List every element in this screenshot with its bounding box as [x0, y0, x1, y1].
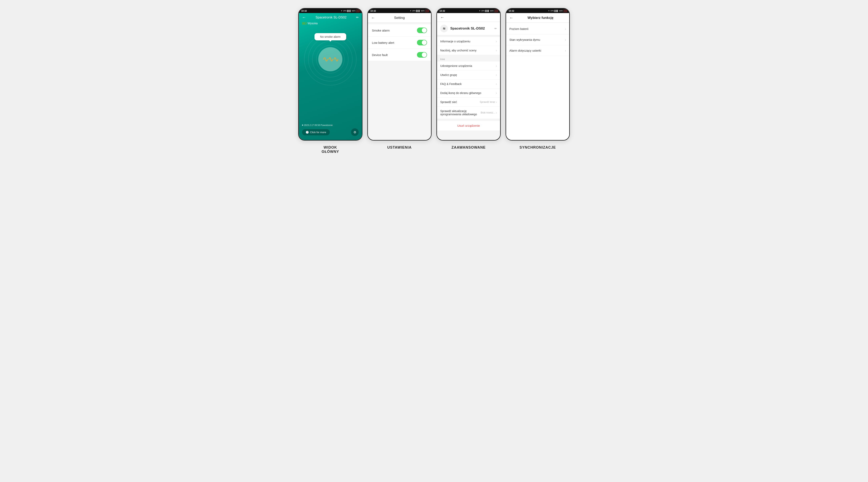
- sync-list: Poziom baterii › Stan wykrywania dymu › …: [506, 23, 569, 56]
- screen1-footer: 2023.2.17 09:58 Powodzenie 🕐 Click for m…: [299, 122, 362, 140]
- chevron-icon-2: ›: [496, 49, 497, 52]
- firmware-status-text: Brak nowsz...: [480, 111, 495, 114]
- footer-buttons: 🕐 Click for more ⚙: [302, 128, 359, 136]
- chevron-network: ›: [496, 100, 497, 104]
- back-button-4[interactable]: ←: [509, 15, 514, 20]
- edit-pencil-icon[interactable]: ✏: [494, 27, 497, 30]
- bluetooth-icon-2: ✦: [410, 10, 411, 12]
- menu-scenes-right: ›: [496, 49, 497, 52]
- device-fault-toggle[interactable]: [417, 52, 427, 58]
- signal-icon: ▌▌▌: [347, 10, 351, 12]
- screen3-header: ←: [437, 13, 500, 22]
- edit-icon-1[interactable]: ✏: [356, 15, 359, 19]
- click-more-button[interactable]: 🕐 Click for more: [302, 129, 330, 135]
- setting-list: Smoke alarm Low battery alert Device fau…: [368, 24, 431, 61]
- menu-device-info-label: Informacje o urządzeniu: [440, 40, 496, 43]
- chevron-add-icon: ›: [496, 91, 497, 95]
- low-battery-toggle[interactable]: [417, 40, 427, 45]
- wifi-icon: WiFi: [352, 10, 355, 12]
- inne-label: Inne: [437, 57, 500, 61]
- signal-icon-3: ▌▌▌: [486, 10, 489, 12]
- back-button-2[interactable]: ←: [371, 15, 375, 20]
- back-button-3[interactable]: ←: [440, 15, 444, 20]
- sync-fault-alarm[interactable]: Alarm dotyczący usterki ›: [506, 45, 569, 56]
- screen4-main: ← Wybierz funkcję Poziom baterii › Stan …: [506, 13, 569, 140]
- signal-icon-2: ▌▌▌: [416, 10, 420, 12]
- battery-status: 1%: [356, 10, 360, 12]
- sync-smoke-detection[interactable]: Stan wykrywania dymu ›: [506, 34, 569, 45]
- log-dot: [302, 125, 303, 126]
- menu-firmware-right: Brak nowsz... ›: [480, 111, 497, 114]
- settings-button-1[interactable]: ⚙: [351, 128, 359, 136]
- menu-network-right: Sprawdź teraz ›: [480, 100, 497, 104]
- screen3-wrapper: 10:32 ✦ VPN ▌▌▌ WiFi 1% ← ≋ Spacetronik …: [436, 8, 501, 150]
- screen3-main: ← ≋ Spacetronik SL-DS02 ✏ Informacje o u…: [437, 13, 500, 140]
- menu-device-info[interactable]: Informacje o urządzeniu ›: [437, 37, 500, 46]
- vpn-icon: VPN: [343, 10, 347, 12]
- smoke-status-text: No smoke alarm: [320, 35, 341, 38]
- screen1-title: Spacetronik SL-DS02: [316, 16, 347, 19]
- bluetooth-icon-3: ✦: [479, 10, 480, 12]
- battery-label: Wysoka: [308, 22, 318, 25]
- screen4-title: Wybierz funkcję: [515, 16, 566, 20]
- status-icons-1: ✦ VPN ▌▌▌ WiFi 1%: [341, 10, 360, 12]
- vpn-icon-4: VPN: [550, 10, 554, 12]
- smoke-waves-icon: ∿∿∿: [322, 56, 338, 63]
- screen2-header: ← Setting: [368, 13, 431, 23]
- screen2-title: Setting: [377, 16, 421, 20]
- status-icons-3: ✦ VPN ▌▌▌ WiFi 1%: [479, 10, 498, 12]
- smoke-status-bubble: No smoke alarm: [314, 33, 346, 40]
- back-button-1[interactable]: ←: [302, 15, 306, 20]
- menu-device-info-right: ›: [496, 40, 497, 43]
- device-fault-label: Device fault: [372, 53, 388, 57]
- bluetooth-icon: ✦: [341, 10, 342, 12]
- menu-shared-label: Udostępnione urządzenia: [440, 64, 496, 67]
- gear-icon-1: ⚙: [353, 130, 356, 134]
- chevron-firmware: ›: [496, 111, 497, 114]
- sync-battery-label: Poziom baterii: [509, 27, 528, 31]
- menu-firmware[interactable]: Sprawdź aktualizację oprogramowania ukła…: [437, 107, 500, 119]
- status-time-4: 10:32: [508, 10, 514, 12]
- menu-scenes-label: Naciśnij, aby urchomić sceny: [440, 49, 496, 52]
- battery-status-2: 1%: [425, 10, 429, 12]
- smoke-alarm-toggle[interactable]: [417, 28, 427, 33]
- signal-icon-4: ▌▌▌: [555, 10, 558, 12]
- screen1-main: ← Spacetronik SL-DS02 ✏ Wysoka: [299, 13, 362, 140]
- screen4-caption: SYNCHRONIZACJE: [519, 146, 556, 150]
- log-text: 2023.2.17 09:58 Powodzenie: [304, 124, 333, 126]
- battery-icon: [302, 22, 306, 25]
- screen1-header: ← Spacetronik SL-DS02 ✏: [299, 13, 362, 21]
- menu-group[interactable]: Utwórz grupę ›: [437, 70, 500, 79]
- menu-faq[interactable]: FAQ & Feedback ›: [437, 79, 500, 89]
- chevron-sync-smoke: ›: [565, 38, 566, 41]
- status-bar-1: 10:32 ✦ VPN ▌▌▌ WiFi 1%: [299, 9, 362, 13]
- smoke-sensor-icon: ∿∿∿: [318, 47, 342, 71]
- setting-device-fault: Device fault: [368, 49, 431, 61]
- status-icons-2: ✦ VPN ▌▌▌ WiFi 1%: [410, 10, 429, 12]
- setting-low-battery: Low battery alert: [368, 37, 431, 49]
- device-info-header: ≋ Spacetronik SL-DS02 ✏: [437, 22, 500, 35]
- vpn-icon-2: VPN: [412, 10, 416, 12]
- clock-icon: 🕐: [306, 131, 309, 134]
- sync-smoke-label: Stan wykrywania dymu: [509, 38, 540, 41]
- menu-add-icon[interactable]: Dodaj ikonę do ekranu głównego ›: [437, 89, 500, 98]
- screen2-caption: USTAWIENIA: [387, 146, 412, 150]
- screen1-wrapper: 10:32 ✦ VPN ▌▌▌ WiFi 1% ← Spacetronik SL…: [298, 8, 363, 154]
- menu-shared[interactable]: Udostępnione urządzenia ›: [437, 61, 500, 70]
- smoke-alarm-label: Smoke alarm: [372, 29, 390, 32]
- menu-check-network[interactable]: Sprawdź sieć Sprawdź teraz ›: [437, 98, 500, 107]
- menu-scenes[interactable]: Naciśnij, aby urchomić sceny ›: [437, 46, 500, 55]
- battery-row: Wysoka: [299, 21, 362, 27]
- sync-fault-label: Alarm dotyczący usterki: [509, 49, 541, 52]
- phone-screen4: 10:32 ✦ VPN ▌▌▌ WiFi 1% ← Wybierz funkcj…: [505, 8, 570, 140]
- sync-battery-level[interactable]: Poziom baterii ›: [506, 24, 569, 34]
- menu-network-label: Sprawdź sieć: [440, 100, 480, 104]
- phone-screen3: 10:32 ✦ VPN ▌▌▌ WiFi 1% ← ≋ Spacetronik …: [436, 8, 501, 140]
- status-icons-4: ✦ VPN ▌▌▌ WiFi 1%: [548, 10, 567, 12]
- delete-device-button[interactable]: Usuń urządzenie: [437, 121, 500, 131]
- vpn-icon-3: VPN: [481, 10, 485, 12]
- battery-status-3: 1%: [494, 10, 498, 12]
- status-time-2: 10:32: [370, 10, 376, 12]
- check-now-text: Sprawdź teraz: [480, 101, 495, 103]
- wifi-icon-4: WiFi: [559, 10, 563, 12]
